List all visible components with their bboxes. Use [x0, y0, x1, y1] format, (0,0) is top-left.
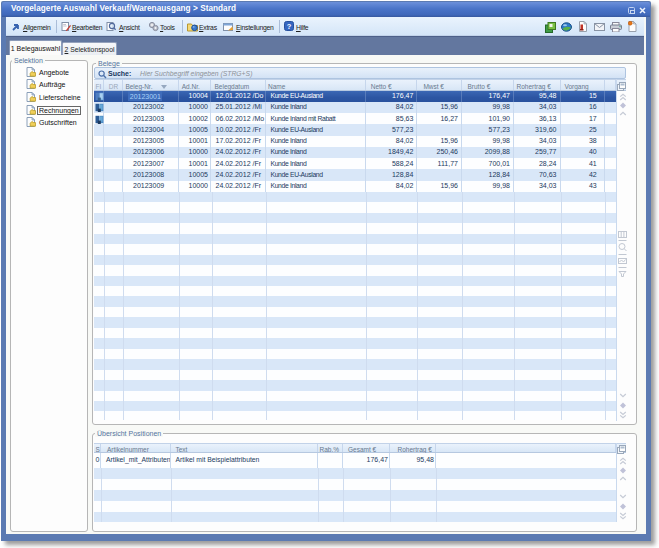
svg-text:?: ? — [287, 22, 292, 31]
